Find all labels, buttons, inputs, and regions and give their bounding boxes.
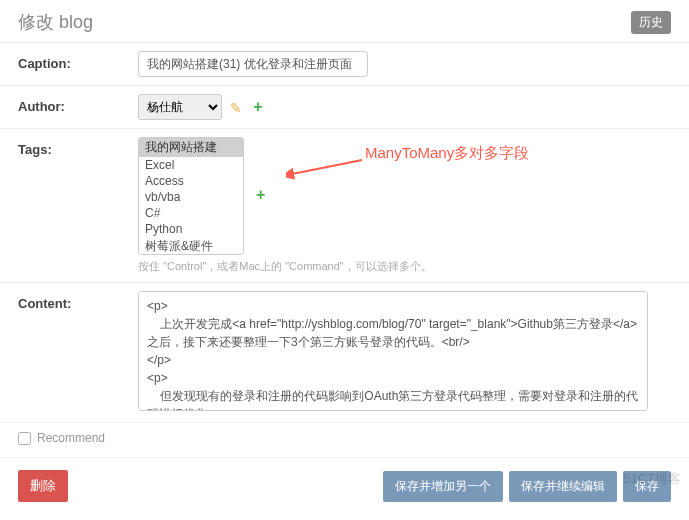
delete-button[interactable]: 删除 bbox=[18, 470, 68, 502]
author-select[interactable]: 杨仕航 bbox=[138, 94, 222, 120]
history-button[interactable]: 历史 bbox=[631, 11, 671, 34]
save-button[interactable]: 保存 bbox=[623, 471, 671, 502]
tags-helptext: 按住 "Control"，或者Mac上的 "Command"，可以选择多个。 bbox=[138, 259, 671, 274]
edit-icon[interactable]: ✎ bbox=[230, 100, 246, 116]
tag-option[interactable]: 我的网站搭建 bbox=[139, 138, 243, 157]
caption-input[interactable] bbox=[138, 51, 368, 77]
tag-option[interactable]: vb/vba bbox=[139, 189, 243, 205]
tags-multiselect[interactable]: 我的网站搭建ExcelAccessvb/vbaC#Python树莓派&硬件Dja… bbox=[138, 137, 244, 255]
tags-label: Tags: bbox=[18, 137, 138, 157]
caption-label: Caption: bbox=[18, 51, 138, 71]
content-textarea[interactable] bbox=[138, 291, 648, 411]
tag-option[interactable]: 树莓派&硬件 bbox=[139, 237, 243, 255]
tag-option[interactable]: Excel bbox=[139, 157, 243, 173]
page-title: 修改 blog bbox=[18, 10, 93, 34]
tag-option[interactable]: C# bbox=[139, 205, 243, 221]
add-icon[interactable]: + bbox=[253, 100, 269, 116]
save-add-another-button[interactable]: 保存并增加另一个 bbox=[383, 471, 503, 502]
content-label: Content: bbox=[18, 291, 138, 311]
add-tag-icon[interactable]: + bbox=[256, 188, 272, 204]
recommend-checkbox[interactable] bbox=[18, 432, 31, 445]
author-label: Author: bbox=[18, 94, 138, 114]
recommend-label: Recommend bbox=[37, 431, 105, 445]
tag-option[interactable]: Python bbox=[139, 221, 243, 237]
save-continue-button[interactable]: 保存并继续编辑 bbox=[509, 471, 617, 502]
tag-option[interactable]: Access bbox=[139, 173, 243, 189]
